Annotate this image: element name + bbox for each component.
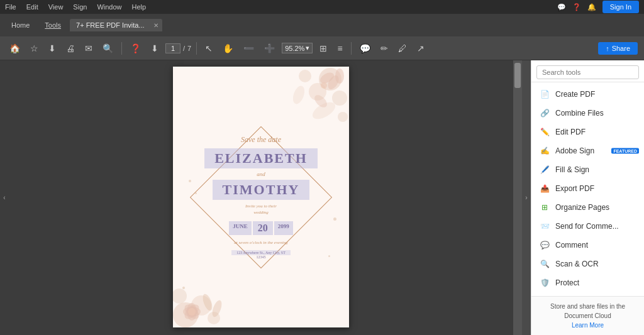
tab-close-button[interactable]: ✕ [153,22,158,29]
address-block: 123 Anywhere St., Any City, ST 12345 [231,250,291,259]
tool-send-comment-label: Send for Comme... [555,222,619,231]
scroll-icon[interactable]: ≡ [334,41,345,55]
zoom-in-icon[interactable]: ➕ [261,41,278,55]
save-date-text: Save the date [241,135,281,145]
hand-icon[interactable]: ✋ [219,41,236,55]
tool-adobe-sign[interactable]: ✍️ Adobe Sign FEATURED [531,141,644,160]
tool-send-comment[interactable]: 📨 Send for Comme... [531,217,644,236]
tab-document-label: 7+ FREE PDF Invita... [76,21,145,29]
tab-bar: Home Tools 7+ FREE PDF Invita... ✕ [0,14,644,36]
month-box: JUNE [229,221,252,235]
tools-footer-link[interactable]: Learn More [572,322,604,329]
scrollbar-thumb[interactable] [514,63,521,88]
evening-text: at seven o'clock in the evening [234,240,287,245]
tools-panel: 📄 Create PDF 🔗 Combine Files ✏️ Edit PDF… [531,60,644,335]
tool-organize-pages-label: Organize Pages [555,203,609,212]
page-separator: / [183,45,185,52]
notification-icon[interactable]: 🔔 [587,3,596,11]
menu-edit[interactable]: Edit [26,3,38,11]
tool-fill-sign-label: Fill & Sign [555,165,589,174]
print-icon[interactable]: 🖨 [63,41,78,55]
cursor-icon[interactable]: ↖ [202,41,216,55]
page-total: 7 [187,45,191,52]
chat-icon[interactable]: 💬 [557,3,566,11]
create-pdf-icon: 📄 [539,89,550,100]
marker-icon[interactable]: 🖊 [395,41,410,55]
home-icon[interactable]: 🏠 [6,41,23,55]
zoom-value: 95.2% [285,45,304,52]
prev-page-icon[interactable]: ⬇ [148,41,162,55]
download-icon[interactable]: ⬇ [45,41,59,55]
tool-comment-label: Comment [555,241,588,250]
tool-scan-ocr[interactable]: 🔍 Scan & OCR [531,255,644,273]
combine-files-icon: 🔗 [539,107,550,119]
zoom-out-icon[interactable]: ➖ [240,41,257,55]
tools-search-input[interactable] [536,65,639,79]
adobe-sign-icon: ✍️ [539,145,550,157]
name-elizabeth-block: ELIZABETH [204,148,318,168]
menu-help[interactable]: Help [132,3,147,11]
email-icon[interactable]: ✉ [82,41,96,55]
separator-1 [121,42,122,55]
name-timothy: TIMOTHY [213,180,310,200]
share-button[interactable]: ↑ Share [598,42,638,55]
tab-tools[interactable]: Tools [38,19,67,31]
share-icon: ↑ [606,45,609,52]
fill-sign-icon: 🖊️ [539,164,550,175]
topbar-icons: 💬 ❓ 🔔 Sign In [557,1,639,13]
menu-file[interactable]: File [5,3,16,11]
tool-organize-pages[interactable]: ⊞ Organize Pages [531,198,644,217]
address-line2: 12345 [231,255,291,259]
search-icon[interactable]: 🔍 [99,41,116,55]
pdf-scrollbar[interactable] [513,60,522,335]
tool-protect-label: Protect [555,278,579,287]
export-pdf-icon: 📤 [539,183,550,194]
tool-comment[interactable]: 💬 Comment [531,236,644,255]
tool-prepare-form[interactable]: 📝 Prepare Form [531,292,644,296]
help-toolbar-icon[interactable]: ❓ [127,41,144,55]
tool-edit-pdf[interactable]: ✏️ Edit PDF [531,123,644,141]
featured-badge: FEATURED [611,148,639,154]
invite-content: Save the date ELIZABETH and TIMOTHY Invi… [173,67,349,327]
organize-pages-icon: ⊞ [539,202,550,213]
share-toolbar-icon[interactable]: ↗ [414,41,428,55]
tool-create-pdf-label: Create PDF [555,90,595,99]
tool-export-pdf-label: Export PDF [555,184,594,193]
edit-pdf-icon: ✏️ [539,126,550,138]
tool-fill-sign[interactable]: 🖊️ Fill & Sign [531,160,644,179]
sign-in-button[interactable]: Sign In [602,1,639,13]
send-comment-icon: 📨 [539,221,550,232]
left-panel-collapse[interactable]: ‹ [0,60,9,335]
menu-bar: File Edit View Sign Window Help 💬 ❓ 🔔 Si… [0,0,644,14]
fit-page-icon[interactable]: ⊞ [316,41,330,55]
and-text: and [257,171,265,177]
tools-list: 📄 Create PDF 🔗 Combine Files ✏️ Edit PDF… [531,82,644,296]
tool-adobe-sign-label: Adobe Sign [555,146,594,155]
menu-sign[interactable]: Sign [73,3,87,11]
zoom-control[interactable]: 95.2% ▾ [282,43,313,53]
page-nav: / 7 [165,43,191,53]
menu-window[interactable]: Window [97,3,121,11]
zoom-dropdown-icon[interactable]: ▾ [306,44,309,52]
tools-search-area [531,60,644,82]
tools-footer-text: Store and share files in the Document Cl… [550,303,625,319]
right-panel-collapse[interactable]: › [522,60,531,335]
tab-document[interactable]: 7+ FREE PDF Invita... ✕ [70,19,162,31]
pen-icon[interactable]: ✏ [377,41,391,55]
tab-home[interactable]: Home [5,19,36,31]
help-icon[interactable]: ❓ [572,3,581,11]
name-elizabeth: ELIZABETH [214,150,308,167]
tool-create-pdf[interactable]: 📄 Create PDF [531,85,644,104]
tool-scan-ocr-label: Scan & OCR [555,260,599,268]
menu-view[interactable]: View [48,3,64,11]
address-line1: 123 Anywhere St., Any City, ST [231,250,291,255]
tool-combine-files[interactable]: 🔗 Combine Files [531,104,644,123]
comment-icon[interactable]: 💬 [357,41,374,55]
share-label: Share [612,45,630,52]
bookmark-icon[interactable]: ☆ [27,41,42,55]
tool-export-pdf[interactable]: 📤 Export PDF [531,179,644,198]
pdf-viewer[interactable]: Save the date ELIZABETH and TIMOTHY Invi… [9,60,513,335]
page-input[interactable] [165,43,180,53]
protect-icon: 🛡️ [539,277,550,288]
tool-protect[interactable]: 🛡️ Protect [531,273,644,292]
